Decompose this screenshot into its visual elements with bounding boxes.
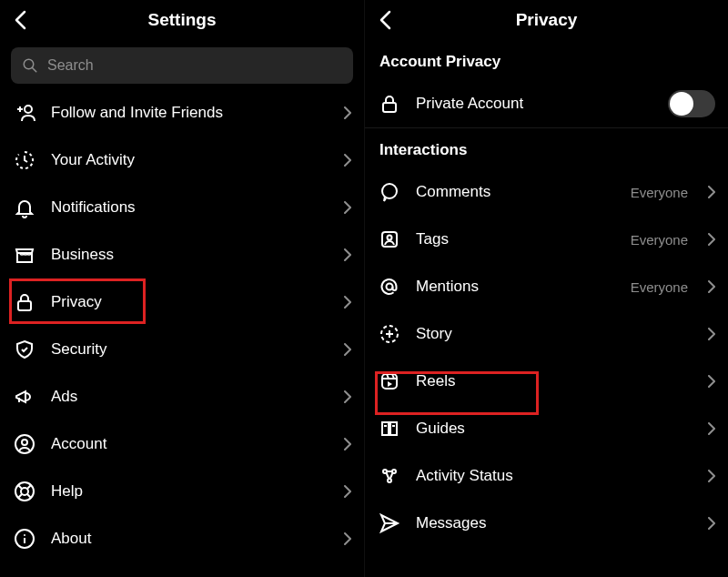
privacy-screen: Privacy Account Privacy Private Account …: [364, 0, 728, 577]
privacy-item-tags[interactable]: Tags Everyone: [365, 216, 728, 263]
svg-point-14: [382, 184, 397, 198]
svg-point-28: [392, 470, 396, 473]
settings-screen: Settings Search Follow and Invite Friend…: [0, 0, 364, 577]
search-icon: [22, 57, 38, 74]
row-label: Reels: [416, 372, 693, 390]
svg-point-4: [25, 106, 32, 113]
privacy-item-reels[interactable]: Reels: [365, 358, 728, 405]
privacy-item-story[interactable]: Story: [365, 310, 728, 358]
privacy-header: Privacy: [365, 0, 728, 40]
search-placeholder: Search: [47, 57, 94, 74]
row-label: Guides: [416, 420, 693, 438]
comment-icon: [378, 181, 401, 203]
settings-header: Settings: [0, 0, 364, 40]
chevron-right-icon: [344, 438, 351, 450]
private-account-row: Private Account: [365, 80, 728, 127]
chevron-right-icon: [708, 233, 715, 246]
privacy-item-messages[interactable]: Messages: [365, 500, 728, 547]
bell-icon: [13, 197, 36, 218]
settings-item-account[interactable]: Account: [0, 420, 364, 468]
private-account-toggle[interactable]: [668, 90, 715, 117]
svg-rect-13: [383, 103, 396, 112]
row-label: Mentions: [416, 278, 616, 296]
row-label: Help: [51, 482, 329, 501]
at-icon: [378, 276, 401, 298]
lifebuoy-icon: [13, 481, 36, 502]
privacy-item-guides[interactable]: Guides: [365, 405, 728, 452]
row-label: Business: [51, 246, 329, 264]
settings-item-security[interactable]: Security: [0, 326, 364, 373]
chevron-right-icon: [344, 106, 351, 119]
chevron-right-icon: [344, 154, 351, 167]
shield-icon: [13, 339, 36, 360]
row-label: Security: [51, 340, 329, 359]
row-label: Ads: [51, 388, 329, 406]
row-value: Everyone: [631, 185, 688, 200]
section-account-privacy: Account Privacy: [365, 40, 728, 80]
chevron-right-icon: [708, 517, 715, 530]
lock-icon: [13, 291, 36, 313]
chevron-right-icon: [344, 485, 351, 498]
row-label: Account: [51, 435, 329, 453]
reels-icon: [378, 370, 401, 392]
section-interactions: Interactions: [365, 128, 728, 168]
clock-icon: [13, 149, 36, 171]
megaphone-icon: [13, 386, 36, 408]
chevron-right-icon: [344, 532, 351, 545]
settings-title: Settings: [148, 10, 217, 30]
row-label: Notifications: [51, 198, 329, 217]
privacy-item-mentions[interactable]: Mentions Everyone: [365, 263, 728, 310]
svg-line-1: [32, 67, 36, 72]
story-icon: [378, 323, 401, 345]
settings-item-ads[interactable]: Ads: [0, 373, 364, 420]
svg-point-16: [388, 236, 392, 240]
guides-icon: [378, 418, 401, 440]
chevron-right-icon: [344, 201, 351, 214]
send-icon: [378, 512, 401, 534]
info-icon: [13, 528, 36, 550]
chevron-right-icon: [344, 248, 351, 261]
settings-item-notifications[interactable]: Notifications: [0, 184, 364, 231]
add-user-icon: [13, 102, 36, 124]
row-label: Privacy: [51, 293, 329, 311]
settings-list: Follow and Invite Friends Your Activity …: [0, 89, 364, 562]
lock-icon: [378, 93, 401, 115]
chevron-right-icon: [708, 186, 715, 198]
settings-item-privacy[interactable]: Privacy: [0, 278, 364, 326]
privacy-title: Privacy: [516, 10, 578, 30]
row-label: Tags: [416, 230, 616, 248]
privacy-item-comments[interactable]: Comments Everyone: [365, 168, 728, 216]
svg-point-17: [387, 284, 393, 290]
activity-icon: [378, 465, 401, 487]
chevron-right-icon: [344, 343, 351, 356]
chevron-right-icon: [344, 390, 351, 403]
chevron-left-icon: [379, 10, 391, 30]
privacy-item-activity-status[interactable]: Activity Status: [365, 452, 728, 500]
settings-item-follow-invite[interactable]: Follow and Invite Friends: [0, 89, 364, 137]
user-circle-icon: [13, 433, 36, 455]
row-label: Activity Status: [416, 467, 693, 485]
settings-item-activity[interactable]: Your Activity: [0, 137, 364, 184]
settings-item-help[interactable]: Help: [0, 468, 364, 515]
search-bar[interactable]: Search: [11, 47, 353, 84]
back-button[interactable]: [374, 9, 396, 31]
row-label: Your Activity: [51, 151, 329, 169]
back-button[interactable]: [9, 9, 31, 31]
storefront-icon: [13, 244, 36, 266]
svg-point-9: [21, 488, 28, 495]
chevron-right-icon: [708, 470, 715, 482]
svg-rect-21: [382, 374, 397, 389]
svg-rect-5: [18, 301, 31, 310]
chevron-right-icon: [708, 280, 715, 293]
settings-item-about[interactable]: About: [0, 515, 364, 562]
row-label: About: [51, 530, 329, 548]
row-label: Private Account: [416, 95, 653, 113]
chevron-right-icon: [708, 328, 715, 340]
svg-point-7: [22, 440, 27, 445]
chevron-right-icon: [344, 296, 351, 309]
row-label: Story: [416, 325, 693, 343]
settings-item-business[interactable]: Business: [0, 231, 364, 278]
chevron-right-icon: [708, 375, 715, 388]
svg-point-27: [383, 470, 387, 473]
row-label: Comments: [416, 183, 616, 201]
